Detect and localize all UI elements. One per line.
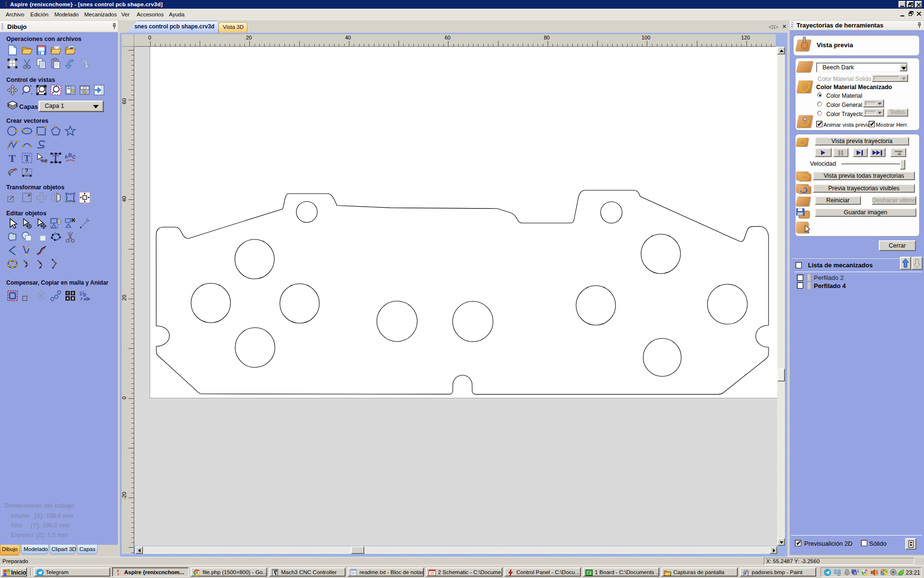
svg-text:T: T (24, 154, 30, 163)
svg-text:B: B (68, 153, 72, 158)
svg-text:C: C (66, 291, 69, 295)
svg-text:B: B (72, 297, 74, 300)
svg-text:A: A (66, 297, 69, 300)
svg-text:g: g (85, 296, 89, 301)
svg-text:T: T (9, 152, 16, 164)
svg-text:D: D (72, 291, 74, 295)
svg-text:C: C (72, 154, 76, 160)
svg-text:?: ? (25, 168, 28, 173)
svg-text:AB: AB (41, 158, 47, 163)
